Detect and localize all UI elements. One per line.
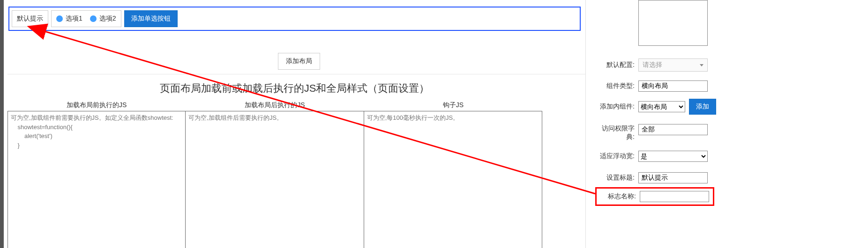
select-float-width[interactable]: 是 <box>638 151 708 162</box>
label-set-title: 设置标题: <box>595 174 638 182</box>
label-mark-name: 标志名称: <box>607 192 640 201</box>
input-set-title[interactable] <box>638 172 708 183</box>
row-float-width: 适应浮动宽: 是 <box>595 151 708 162</box>
select-default-config[interactable]: 请选择 <box>638 58 708 72</box>
label-float-width: 适应浮动宽: <box>595 152 638 160</box>
js-hook-textarea[interactable] <box>364 111 542 248</box>
radio-option-2[interactable]: 选项2 <box>90 15 116 23</box>
add-inner-component-button[interactable]: 添加 <box>689 99 716 115</box>
js-hook-col: 钩子JS <box>364 100 542 248</box>
js-after-col: 加载布局后执行的JS <box>186 100 364 248</box>
properties-panel: 默认配置: 请选择 组件类型: 添加内组件: 横向布局 添加 访问权限字典: 适… <box>591 0 868 248</box>
select-inner-component[interactable]: 横向布局 <box>638 101 685 112</box>
radio-label: 选项2 <box>99 15 116 23</box>
label-component-type: 组件类型: <box>595 82 638 90</box>
add-radio-button[interactable]: 添加单选按钮 <box>124 10 178 27</box>
radio-group[interactable]: 选项1 选项2 <box>51 10 121 27</box>
input-mark-name[interactable] <box>640 191 709 202</box>
row-component-type: 组件类型: <box>595 80 708 92</box>
js-editor-columns: 加载布局前执行的JS 加载布局后执行的JS 钩子JS <box>7 100 542 248</box>
js-before-col: 加载布局前执行的JS <box>7 100 186 248</box>
add-layout-button[interactable]: 添加布局 <box>278 53 320 70</box>
layout-title-badge: 默认提示 <box>12 10 48 27</box>
chevron-down-icon <box>700 64 703 66</box>
label-access-dict: 访问权限字典: <box>595 124 638 141</box>
row-inner-component: 添加内组件: 横向布局 添加 <box>595 99 716 115</box>
radio-icon <box>56 15 63 22</box>
select-placeholder: 请选择 <box>643 61 662 69</box>
input-component-type[interactable] <box>638 80 708 92</box>
layout-title-text: 默认提示 <box>17 15 43 23</box>
radio-icon <box>90 15 97 22</box>
label-inner-component: 添加内组件: <box>595 102 638 111</box>
js-before-header: 加载布局前执行的JS <box>7 100 186 111</box>
row-set-title: 设置标题: <box>595 172 708 183</box>
row-access-dict: 访问权限字典: <box>595 124 708 141</box>
selected-layout-container[interactable]: 默认提示 选项1 选项2 添加单选按钮 <box>8 7 581 31</box>
canvas-area: 默认提示 选项1 选项2 添加单选按钮 添加布局 页面布局加载前或加载后执行的J… <box>0 0 586 248</box>
js-before-textarea[interactable] <box>7 111 186 248</box>
js-after-textarea[interactable] <box>186 111 364 248</box>
row-mark-name: 标志名称: <box>595 187 714 206</box>
input-access-dict[interactable] <box>638 124 708 135</box>
label-default-config: 默认配置: <box>595 61 638 69</box>
js-after-header: 加载布局后执行的JS <box>186 100 364 111</box>
row-default-config: 默认配置: 请选择 <box>595 58 708 72</box>
preview-box[interactable] <box>638 0 708 46</box>
js-hook-header: 钩子JS <box>364 100 542 111</box>
radio-label: 选项1 <box>66 15 82 23</box>
radio-option-1[interactable]: 选项1 <box>56 15 82 23</box>
divider <box>7 74 585 74</box>
page-settings-title: 页面布局加载前或加载后执行的JS和全局样式（页面设置） <box>4 81 585 95</box>
